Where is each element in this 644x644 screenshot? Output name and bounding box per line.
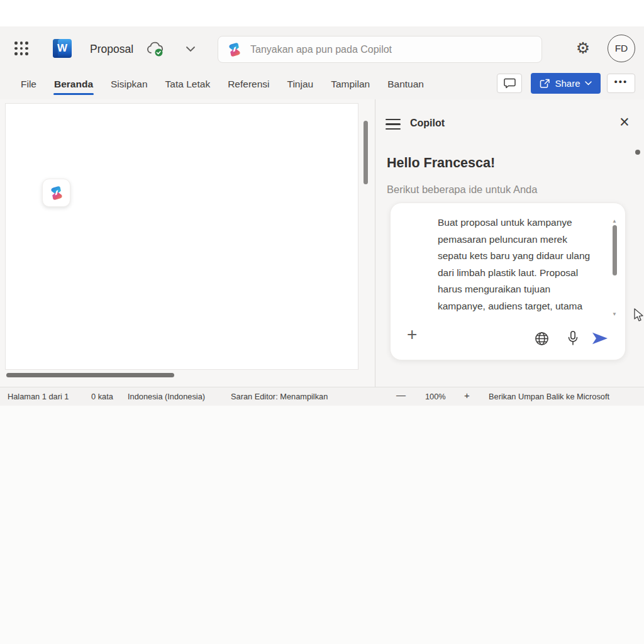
document-title[interactable]: Proposal: [90, 43, 133, 56]
share-icon: [540, 79, 550, 89]
globe-icon: [535, 331, 549, 346]
ribbon-tab-bar: File Beranda Sisipkan Tata Letak Referen…: [0, 70, 644, 99]
tab-tampilan[interactable]: Tampilan: [330, 76, 370, 94]
avatar-initials: FD: [615, 43, 628, 54]
tab-file[interactable]: File: [20, 76, 37, 94]
document-work-area: [0, 99, 375, 387]
share-button[interactable]: Share: [531, 73, 601, 94]
web-globe-button[interactable]: [533, 330, 550, 347]
tab-beranda[interactable]: Beranda: [53, 76, 94, 94]
status-language[interactable]: Indonesia (Indonesia): [128, 392, 205, 401]
tab-sisipkan[interactable]: Sisipkan: [110, 76, 148, 94]
tab-tinjau[interactable]: Tinjau: [286, 76, 314, 94]
comment-bubble-icon: [504, 78, 516, 89]
panel-menu-hamburger-icon[interactable]: [386, 119, 401, 130]
copilot-logo-icon: [49, 186, 64, 201]
document-horizontal-scrollbar[interactable]: [6, 373, 174, 377]
copilot-logo-icon: [227, 42, 242, 57]
app-header: W Proposal ⚙ FD: [0, 26, 644, 70]
zoom-out-button[interactable]: —: [396, 389, 406, 400]
status-bar: Halaman 1 dari 1 0 kata Indonesia (Indon…: [0, 387, 644, 406]
ribbon-tabs: File Beranda Sisipkan Tata Letak Referen…: [20, 70, 425, 99]
copilot-search-input[interactable]: [250, 44, 521, 55]
card-scroll-down-icon[interactable]: ▼: [612, 311, 617, 317]
app-launcher-waffle-icon[interactable]: [13, 40, 30, 57]
status-word-count[interactable]: 0 kata: [91, 392, 113, 401]
document-vertical-scrollbar[interactable]: [364, 121, 368, 184]
cloud-saved-icon: [146, 40, 165, 58]
panel-close-icon[interactable]: ×: [616, 113, 633, 131]
word-app-icon[interactable]: W: [53, 39, 72, 58]
tab-bantuan[interactable]: Bantuan: [387, 76, 425, 94]
share-chevron-down-icon: [585, 81, 592, 86]
share-button-label: Share: [555, 78, 580, 89]
send-button[interactable]: [592, 330, 608, 347]
copilot-subtitle: Berikut beberapa ide untuk Anda: [387, 184, 537, 196]
copilot-panel: Copilot × Hello Francesca! Berikut beber…: [375, 99, 644, 387]
ellipsis-icon: •••: [614, 76, 628, 87]
copilot-greeting: Hello Francesca!: [387, 155, 495, 171]
microphone-button[interactable]: [565, 330, 581, 347]
word-online-app: W Proposal ⚙ FD File Beranda S: [0, 0, 644, 644]
document-page[interactable]: [5, 103, 358, 370]
card-scroll-up-icon[interactable]: ▲: [612, 218, 617, 224]
send-arrow-icon: [592, 331, 608, 345]
copilot-search-box[interactable]: [218, 36, 542, 63]
card-scrollbar-thumb[interactable]: [613, 225, 617, 275]
settings-gear-icon[interactable]: ⚙: [573, 38, 593, 58]
more-options-button[interactable]: •••: [607, 74, 635, 93]
comments-button[interactable]: [497, 74, 522, 93]
tab-tata-letak[interactable]: Tata Letak: [165, 76, 211, 94]
copilot-in-document-button[interactable]: [42, 179, 70, 207]
add-content-button[interactable]: +: [407, 326, 417, 343]
zoom-in-button[interactable]: +: [464, 390, 470, 401]
zoom-level[interactable]: 100%: [425, 392, 446, 401]
status-editor-suggestions[interactable]: Saran Editor: Menampilkan: [231, 392, 328, 401]
copilot-panel-title: Copilot: [410, 118, 445, 129]
title-chevron-down-icon[interactable]: [186, 45, 196, 53]
browser-top-strip: [0, 0, 644, 26]
feedback-link[interactable]: Berikan Umpan Balik ke Microsoft: [489, 392, 609, 401]
prompt-text[interactable]: Buat proposal untuk kampanye pemasaran p…: [438, 214, 619, 325]
tab-referensi[interactable]: Referensi: [227, 76, 270, 94]
status-page-count[interactable]: Halaman 1 dari 1: [8, 392, 69, 401]
panel-scrollbar-thumb[interactable]: [635, 150, 640, 155]
account-avatar[interactable]: FD: [608, 35, 635, 62]
copilot-prompt-card[interactable]: Buat proposal untuk kampanye pemasaran p…: [390, 203, 626, 360]
mouse-cursor: [634, 308, 644, 322]
prompt-card-toolbar: +: [391, 325, 625, 360]
word-app-icon-letter: W: [53, 39, 72, 58]
microphone-icon: [568, 331, 578, 346]
